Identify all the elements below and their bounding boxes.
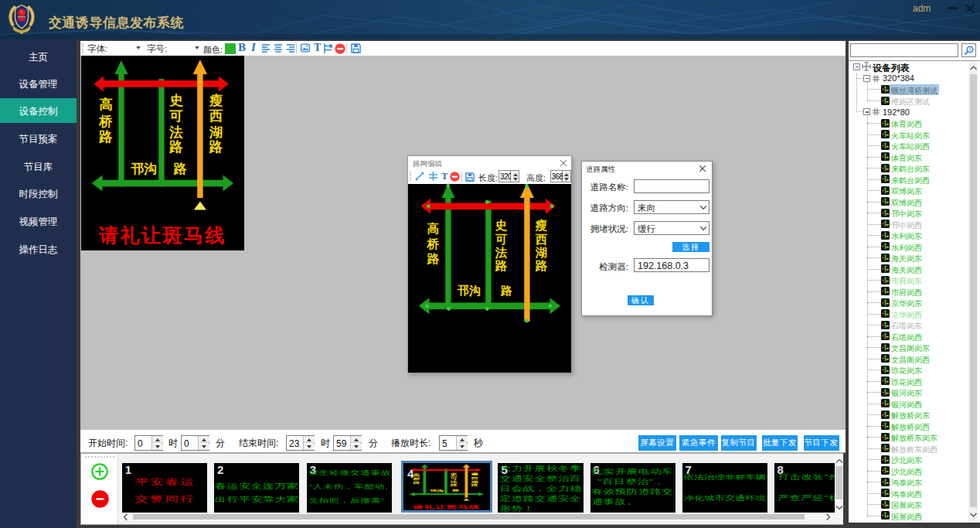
svg-text:路: 路	[173, 162, 187, 176]
svg-text:湖: 湖	[209, 124, 223, 140]
svg-text:路: 路	[449, 483, 458, 487]
svg-text:桥: 桥	[98, 114, 113, 129]
svg-text:可: 可	[495, 233, 508, 246]
svg-text:法: 法	[168, 124, 183, 140]
svg-text:路: 路	[470, 483, 479, 487]
svg-text:可: 可	[449, 475, 458, 479]
svg-text:路: 路	[209, 139, 223, 155]
svg-text:高: 高	[99, 97, 113, 112]
svg-text:路: 路	[500, 284, 512, 297]
svg-text:路: 路	[451, 489, 459, 492]
svg-text:请礼让斑马线: 请礼让斑马线	[98, 224, 226, 246]
svg-text:邗沟: 邗沟	[430, 489, 444, 492]
svg-text:邗沟: 邗沟	[130, 162, 157, 176]
svg-text:湖: 湖	[535, 246, 548, 259]
svg-text:路: 路	[495, 259, 508, 272]
svg-text:3: 3	[969, 47, 971, 52]
svg-text:法: 法	[495, 246, 508, 259]
svg-text:路: 路	[535, 259, 548, 272]
svg-text:可: 可	[168, 108, 183, 124]
svg-text:邗沟: 邗沟	[457, 284, 481, 297]
svg-text:史: 史	[495, 219, 508, 232]
svg-text:西: 西	[209, 108, 223, 124]
svg-text:高: 高	[413, 472, 420, 476]
svg-text:路: 路	[98, 129, 113, 145]
svg-text:路: 路	[412, 480, 421, 484]
svg-text:瘦: 瘦	[535, 219, 548, 232]
svg-text:史: 史	[168, 93, 183, 108]
svg-text:瘦: 瘦	[470, 472, 479, 475]
svg-text:西: 西	[535, 233, 548, 246]
svg-text:西: 西	[471, 475, 479, 479]
svg-text:桥: 桥	[427, 237, 440, 250]
svg-text:高: 高	[427, 222, 440, 235]
svg-text:瘦: 瘦	[209, 93, 223, 108]
svg-text:路: 路	[168, 139, 183, 155]
svg-text:请礼让斑马线: 请礼让斑马线	[412, 504, 480, 509]
svg-text:路: 路	[427, 252, 440, 265]
svg-text:史: 史	[449, 472, 458, 475]
